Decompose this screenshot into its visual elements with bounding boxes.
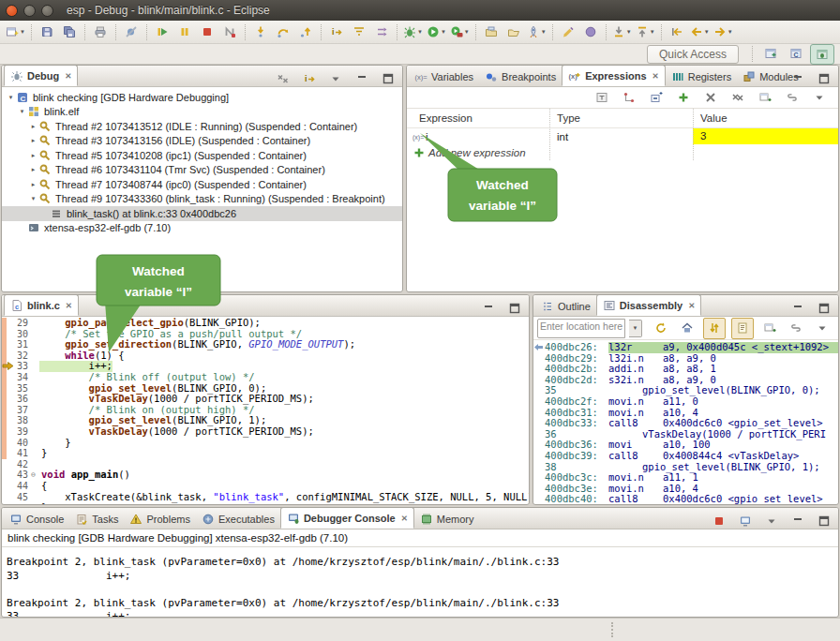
dropdown-arrow-icon[interactable]: ▼ bbox=[464, 29, 470, 35]
window-close-button[interactable] bbox=[6, 5, 18, 17]
add-expression-button[interactable] bbox=[673, 88, 694, 108]
code-line[interactable]: 39 vTaskDelay(1000 / portTICK_PERIOD_MS)… bbox=[2, 426, 529, 438]
collapsed-arrow-icon[interactable]: ▸ bbox=[28, 181, 38, 188]
format-button[interactable] bbox=[558, 22, 578, 42]
suspend-button[interactable] bbox=[174, 22, 195, 42]
tab-breakpoints[interactable]: Breakpoints bbox=[479, 67, 562, 86]
minimize-button[interactable] bbox=[788, 298, 808, 318]
close-icon[interactable]: ✕ bbox=[652, 71, 659, 81]
save-all-button[interactable] bbox=[59, 22, 80, 42]
resume-button[interactable] bbox=[152, 22, 172, 42]
maximize-button[interactable] bbox=[378, 68, 398, 88]
refresh-button[interactable] bbox=[651, 319, 671, 338]
collapsed-arrow-icon[interactable]: ▸ bbox=[28, 166, 38, 173]
back-button[interactable]: ▼ bbox=[689, 22, 711, 42]
tab-expressions[interactable]: (x)Expressions✕ bbox=[562, 65, 666, 86]
cpp-perspective-button[interactable]: C bbox=[785, 44, 807, 63]
debug-tree-item[interactable]: ▸Thread #6 1073431104 (Tmr Svc) (Suspend… bbox=[2, 163, 402, 178]
debug-perspective-button[interactable] bbox=[810, 44, 834, 65]
new-project-button[interactable] bbox=[481, 22, 502, 42]
tab-memory[interactable]: Memory bbox=[414, 509, 480, 529]
minimize-button[interactable] bbox=[788, 68, 808, 88]
tab-tasks[interactable]: Tasks bbox=[69, 509, 124, 529]
tab-debugger-console[interactable]: Debugger Console✕ bbox=[280, 507, 414, 529]
tab-blink-c[interactable]: cblink.c✕ bbox=[4, 294, 79, 316]
last-edit-button[interactable] bbox=[667, 22, 687, 42]
maximize-button[interactable] bbox=[504, 298, 525, 318]
collapsed-arrow-icon[interactable]: ▸ bbox=[28, 123, 38, 130]
expanded-arrow-icon[interactable]: ▾ bbox=[17, 108, 27, 115]
location-dropdown-icon[interactable]: ▼ bbox=[629, 320, 642, 337]
window-maximize-button[interactable] bbox=[41, 5, 53, 17]
terminate-button[interactable] bbox=[197, 22, 218, 42]
new-view-button[interactable] bbox=[755, 88, 775, 108]
tab-variables[interactable]: (x)=Variables bbox=[409, 67, 479, 86]
fold-collapse-icon[interactable]: ⊖ bbox=[31, 470, 39, 481]
tab-outline[interactable]: Outline bbox=[535, 296, 596, 316]
minimize-button[interactable] bbox=[352, 68, 372, 88]
debug-tree-item[interactable]: ▸Thread #5 1073410208 (ipc1) (Suspended … bbox=[2, 148, 402, 163]
tab-problems[interactable]: Problems bbox=[124, 509, 195, 529]
external-tools-button[interactable]: ▼ bbox=[449, 22, 471, 42]
code-line[interactable]: 40 } bbox=[2, 438, 529, 449]
tab-debug[interactable]: Debug✕ bbox=[4, 65, 78, 86]
print-button[interactable] bbox=[90, 22, 111, 42]
column-value[interactable]: Value bbox=[693, 112, 838, 124]
view-menu-button[interactable] bbox=[812, 319, 832, 338]
code-line[interactable]: } bbox=[2, 502, 529, 505]
tab-disassembly[interactable]: Disassembly✕ bbox=[596, 294, 701, 316]
expression-row[interactable]: (x)=iint3 bbox=[407, 128, 838, 144]
display-console-button[interactable] bbox=[735, 511, 756, 530]
minimize-button[interactable] bbox=[788, 511, 808, 530]
collapse-all-button[interactable] bbox=[646, 88, 667, 108]
step-over-button[interactable] bbox=[273, 22, 293, 42]
dropdown-arrow-icon[interactable]: ▼ bbox=[20, 29, 25, 35]
dropdown-arrow-icon[interactable]: ▼ bbox=[441, 29, 446, 35]
window-minimize-button[interactable] bbox=[23, 5, 36, 17]
debug-button[interactable]: ▼ bbox=[402, 22, 424, 42]
debug-tree-item[interactable]: ▾blink.elf bbox=[2, 105, 402, 120]
tab-executables[interactable]: Executables bbox=[196, 509, 280, 529]
link-view-button[interactable] bbox=[782, 88, 802, 108]
code-line[interactable]: 43⊖void app_main() bbox=[2, 470, 529, 481]
tab-registers[interactable]: Registers bbox=[666, 67, 737, 86]
open-project-button[interactable] bbox=[503, 22, 524, 42]
view-menu-button[interactable] bbox=[325, 68, 346, 88]
show-source-button[interactable] bbox=[731, 318, 754, 339]
terminate-button[interactable] bbox=[709, 511, 729, 530]
instruction-stepping-button[interactable]: i bbox=[326, 22, 347, 42]
dropdown-arrow-icon[interactable]: ▼ bbox=[417, 29, 423, 35]
remove-all-expressions-button[interactable] bbox=[728, 88, 748, 108]
minimize-button[interactable] bbox=[478, 298, 499, 318]
link-view-button[interactable] bbox=[786, 319, 806, 338]
debug-tree-item[interactable]: ▾Cblink checking [GDB Hardware Debugging… bbox=[2, 90, 402, 105]
code-editor[interactable]: 29 gpio_pad_select_gpio(BLINK_GPIO);30 /… bbox=[2, 317, 529, 505]
expanded-arrow-icon[interactable]: ▾ bbox=[6, 94, 16, 101]
open-element-button[interactable] bbox=[580, 22, 601, 42]
code-line[interactable]: 45 xTaskCreate(&blink_task, "blink_task"… bbox=[2, 492, 529, 503]
remove-expression-button[interactable] bbox=[700, 88, 721, 108]
debug-tree-item[interactable]: ▾Thread #9 1073433360 (blink_task : Runn… bbox=[2, 192, 402, 207]
remove-all-terminated-button[interactable] bbox=[273, 68, 293, 88]
save-button[interactable] bbox=[37, 22, 57, 42]
expanded-arrow-icon[interactable]: ▾ bbox=[28, 195, 38, 202]
new-wizard-button[interactable]: ▼ bbox=[5, 22, 26, 42]
debug-tree-item[interactable]: ▸Thread #7 1073408744 (ipc0) (Suspended … bbox=[2, 177, 402, 192]
debug-tree-item[interactable]: ▸Thread #3 1073413156 (IDLE) (Suspended … bbox=[2, 134, 402, 149]
console-output[interactable]: Breakpoint 2, blink_task (pvParameter=0x… bbox=[2, 547, 838, 618]
close-icon[interactable]: ✕ bbox=[66, 301, 72, 310]
launch-button[interactable]: ▼ bbox=[526, 22, 548, 42]
column-type[interactable]: Type bbox=[549, 112, 693, 124]
debug-tree-item[interactable]: blink_task() at blink.c:33 0x400dbc26 bbox=[2, 206, 402, 221]
sync-active-frame-button[interactable] bbox=[703, 318, 726, 339]
show-logical-structures-button[interactable] bbox=[619, 88, 639, 108]
view-menu-button[interactable] bbox=[809, 88, 830, 108]
dropdown-arrow-icon[interactable]: ▼ bbox=[541, 29, 547, 35]
use-step-filters-button[interactable] bbox=[349, 22, 369, 42]
prev-annotation-button[interactable]: ▼ bbox=[635, 22, 656, 42]
next-annotation-button[interactable]: ▼ bbox=[611, 22, 633, 42]
close-icon[interactable]: ✕ bbox=[401, 514, 408, 523]
collapsed-arrow-icon[interactable]: ▸ bbox=[28, 137, 38, 144]
location-input[interactable]: Enter location here bbox=[537, 319, 625, 338]
run-button[interactable]: ▼ bbox=[426, 22, 447, 42]
